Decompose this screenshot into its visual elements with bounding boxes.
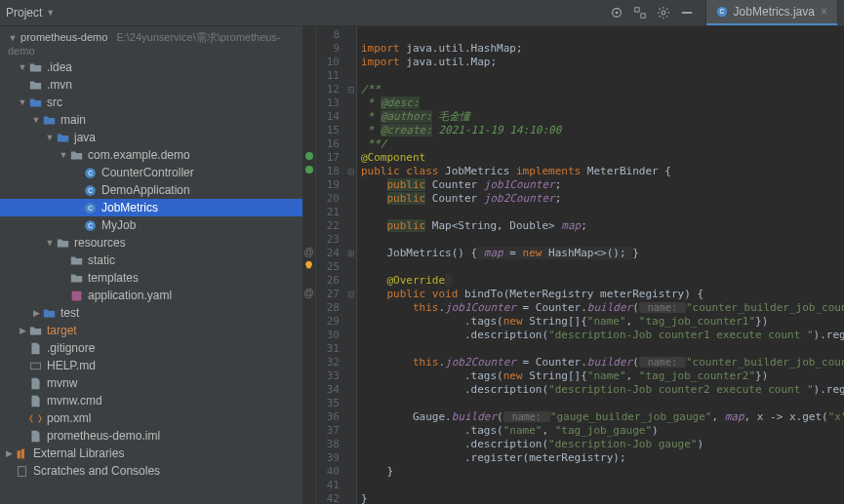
override-gutter-icon[interactable]: @ <box>302 288 315 301</box>
project-root[interactable]: ▼ prometheus-demo E:\24yunservice\需求\pro… <box>0 28 302 58</box>
svg-text:C: C <box>88 169 93 175</box>
tree-item-static[interactable]: static <box>0 252 302 269</box>
expand-arrow-icon[interactable]: ▼ <box>45 133 55 142</box>
line-numbers-gutter: 8910111213141516171819202122232425262728… <box>316 26 345 504</box>
tree-item-mvnw[interactable]: mvnw <box>0 374 302 392</box>
svg-text:C: C <box>88 204 93 211</box>
file-icon <box>27 341 43 355</box>
tree-item-label: test <box>60 306 79 320</box>
lib-icon <box>14 446 29 460</box>
tree-item-test[interactable]: ▶test <box>0 304 302 322</box>
tree-item-pom-xml[interactable]: pom.xml <box>0 409 302 427</box>
close-tab-icon[interactable]: × <box>821 5 827 19</box>
svg-rect-20 <box>18 466 25 476</box>
run-gutter-icon[interactable] <box>302 151 315 165</box>
tree-item-prometheus-demo-iml[interactable]: prometheus-demo.iml <box>0 427 302 445</box>
tree-item-java[interactable]: ▼java <box>0 129 302 146</box>
class-icon: C <box>82 201 98 214</box>
tree-item-com-example-demo[interactable]: ▼com.example.demo <box>0 146 302 164</box>
tree-item-label: JobMetrics <box>101 201 158 214</box>
tree-item-label: HELP.md <box>47 359 96 372</box>
folder-blue-icon <box>55 131 70 144</box>
fold-collapse-icon[interactable]: ⊟ <box>345 83 356 97</box>
project-tool-window-button[interactable]: Project ▼ <box>6 6 55 19</box>
minimize-icon[interactable] <box>680 6 694 19</box>
class-icon: C <box>82 166 98 179</box>
code-editor[interactable]: @@ 8910111213141516171819202122232425262… <box>302 26 844 504</box>
fold-expand-icon[interactable]: ⊞ <box>345 247 356 260</box>
expand-icon[interactable] <box>633 6 647 19</box>
expand-arrow-icon[interactable]: ▶ <box>4 448 14 458</box>
project-tree[interactable]: ▼ prometheus-demo E:\24yunservice\需求\pro… <box>0 26 302 504</box>
tree-item-label: External Libraries <box>33 446 124 460</box>
tree-item-label: src <box>47 96 62 109</box>
tree-item--idea[interactable]: ▼.idea <box>0 58 302 76</box>
tree-item-label: Scratches and Consoles <box>33 464 160 478</box>
tree-item-help-md[interactable]: HELP.md <box>0 357 302 374</box>
tree-item-resources[interactable]: ▼resources <box>0 234 302 252</box>
gear-icon[interactable] <box>657 6 670 19</box>
svg-text:C: C <box>88 221 93 228</box>
tree-item-jobmetrics[interactable]: CJobMetrics <box>0 199 302 216</box>
folder-icon <box>55 236 70 250</box>
folder-icon <box>68 271 84 285</box>
tree-item-label: mvnw.cmd <box>47 394 102 407</box>
svg-rect-18 <box>17 450 20 458</box>
run-gutter-icon[interactable] <box>302 165 315 178</box>
xml-icon <box>27 411 43 425</box>
tree-item-mvnw-cmd[interactable]: mvnw.cmd <box>0 392 302 409</box>
toolbar-icon-group <box>610 6 698 19</box>
svg-point-22 <box>305 166 313 174</box>
tree-item--gitignore[interactable]: .gitignore <box>0 339 302 357</box>
expand-arrow-icon[interactable]: ▼ <box>18 62 27 72</box>
tree-item-target[interactable]: ▶target <box>0 322 302 339</box>
class-icon: C <box>82 183 98 197</box>
expand-arrow-icon[interactable]: ▼ <box>31 115 41 125</box>
tree-item-label: java <box>74 131 96 144</box>
expand-arrow-icon[interactable]: ▶ <box>31 308 41 318</box>
expand-arrow-icon[interactable]: ▼ <box>18 97 27 107</box>
svg-rect-5 <box>681 12 692 14</box>
folder-icon <box>27 324 43 337</box>
tree-item-main[interactable]: ▼main <box>0 111 302 129</box>
tree-item-myjob[interactable]: CMyJob <box>0 216 302 234</box>
svg-point-1 <box>615 12 618 15</box>
tree-item-countercontroller[interactable]: CCounterController <box>0 164 302 181</box>
expand-arrow-icon[interactable]: ▶ <box>18 326 27 335</box>
tree-item-label: pom.xml <box>47 411 91 425</box>
expand-arrow-icon[interactable]: ▼ <box>45 238 55 248</box>
fold-collapse-icon[interactable]: ⊟ <box>345 288 356 301</box>
java-class-icon: C <box>716 6 728 18</box>
tree-item-demoapplication[interactable]: CDemoApplication <box>0 181 302 199</box>
folder-icon <box>27 78 43 92</box>
code-area[interactable]: import java.util.HashMap;import java.uti… <box>357 26 844 504</box>
folder-blue-icon <box>41 306 57 320</box>
tree-item-label: DemoApplication <box>101 183 190 197</box>
svg-rect-19 <box>20 448 23 458</box>
tree-item-label: .mvn <box>47 78 72 92</box>
target-icon[interactable] <box>610 6 623 19</box>
file-icon <box>27 376 43 390</box>
expand-arrow-icon[interactable]: ▼ <box>59 150 68 160</box>
svg-point-21 <box>305 152 313 160</box>
tree-item--mvn[interactable]: .mvn <box>0 76 302 94</box>
tree-item-src[interactable]: ▼src <box>0 94 302 111</box>
tree-item-label: main <box>60 113 86 127</box>
fold-collapse-icon[interactable]: ⊟ <box>345 165 356 178</box>
file-icon <box>27 394 43 407</box>
tree-item-application-yaml[interactable]: application.yaml <box>0 287 302 304</box>
tree-item-external-libraries[interactable]: ▶External Libraries <box>0 445 302 462</box>
folder-blue-icon <box>41 113 57 127</box>
editor-tab-jobmetrics[interactable]: C JobMetrics.java × <box>706 0 838 25</box>
intention-bulb-icon[interactable] <box>302 260 315 274</box>
tree-item-scratches-and-consoles[interactable]: Scratches and Consoles <box>0 462 302 480</box>
gutter-marks-column: @@ <box>302 26 316 504</box>
tree-item-label: com.example.demo <box>88 148 190 162</box>
tree-item-templates[interactable]: templates <box>0 269 302 287</box>
project-tool-label: Project <box>6 6 42 19</box>
editor-tab-label: JobMetrics.java <box>734 5 815 19</box>
override-gutter-icon[interactable]: @ <box>302 247 315 260</box>
tree-item-label: static <box>88 253 115 267</box>
md-icon <box>27 359 43 372</box>
yaml-icon <box>68 289 84 302</box>
